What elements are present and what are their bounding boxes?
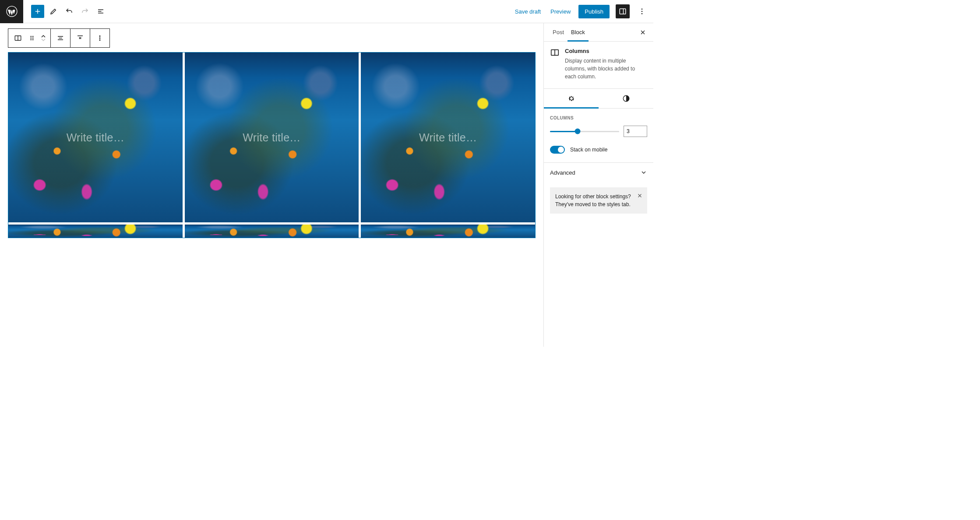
column-3-b[interactable] (361, 225, 535, 238)
advanced-label: Advanced (550, 169, 575, 176)
undo-icon (65, 7, 73, 15)
kebab-icon (638, 7, 646, 15)
pencil-icon (49, 7, 57, 15)
sidebar-subtabs (544, 89, 653, 109)
column-placeholder: Write title… (243, 131, 300, 144)
styles-moved-notice: Looking for other block settings? They'v… (550, 187, 647, 214)
align-icon (56, 34, 64, 42)
list-icon (97, 7, 105, 15)
svg-point-2 (642, 8, 643, 10)
column-3[interactable]: Write title… (361, 53, 535, 222)
svg-point-4 (642, 13, 643, 14)
redo-icon (81, 7, 89, 15)
subtab-styles[interactable] (599, 89, 653, 108)
block-toolbar (8, 28, 110, 48)
notice-close-button[interactable] (636, 192, 644, 200)
edit-mode-button[interactable] (47, 5, 60, 18)
columns-label: COLUMNS (550, 116, 647, 120)
block-info: Columns Display content in multiple colu… (544, 42, 653, 89)
gear-icon (568, 95, 575, 102)
top-left-tools (23, 5, 107, 18)
svg-point-10 (31, 39, 32, 40)
chevron-down-icon (640, 169, 647, 176)
settings-panel-toggle[interactable] (616, 4, 630, 18)
column-1[interactable]: Write title… (8, 53, 183, 222)
top-right-tools: Save draft Preview Publish (513, 4, 653, 18)
block-title: Columns (565, 48, 647, 54)
plus-icon (34, 7, 42, 15)
redo-button[interactable] (78, 5, 92, 18)
kebab-icon (96, 34, 104, 42)
columns-slider[interactable] (550, 131, 619, 132)
undo-button[interactable] (63, 5, 76, 18)
chevron-up-icon (41, 35, 46, 38)
sidebar-close-button[interactable] (638, 27, 648, 38)
block-type-button[interactable] (11, 31, 25, 45)
columns-icon (14, 34, 22, 42)
stack-on-mobile-label: Stack on mobile (570, 147, 607, 153)
sidebar-icon (619, 7, 627, 15)
close-icon (639, 29, 646, 36)
move-up-down[interactable] (39, 31, 48, 45)
save-draft-button[interactable]: Save draft (513, 6, 543, 18)
block-description: Display content in multiple columns, wit… (565, 57, 647, 81)
svg-point-3 (642, 11, 643, 12)
top-toolbar: Save draft Preview Publish (0, 0, 653, 23)
wordpress-icon (6, 6, 18, 17)
settings-sidebar: Post Block Columns Display content in mu… (543, 23, 653, 347)
columns-panel: COLUMNS Stack on mobile (544, 109, 653, 163)
stack-on-mobile-toggle[interactable] (550, 146, 565, 154)
columns-range-control (550, 126, 647, 137)
svg-point-6 (31, 36, 32, 37)
svg-point-9 (32, 38, 33, 39)
main-area: Write title… Write title… Write title… P… (0, 23, 653, 347)
column-placeholder: Write title… (419, 131, 477, 144)
preview-button[interactable]: Preview (549, 6, 572, 18)
notice-text: Looking for other block settings? They'v… (555, 193, 631, 207)
sidebar-tabs: Post Block (544, 23, 653, 42)
column-placeholder: Write title… (67, 131, 124, 144)
drag-handle[interactable] (25, 31, 39, 45)
tab-block[interactable]: Block (568, 23, 589, 41)
vertical-align-button[interactable] (73, 31, 87, 45)
align-button[interactable] (53, 31, 67, 45)
svg-point-8 (31, 38, 32, 39)
block-more-button[interactable] (93, 31, 107, 45)
svg-point-7 (32, 36, 33, 37)
columns-icon (550, 48, 560, 57)
contrast-icon (622, 95, 630, 102)
column-1-b[interactable] (8, 225, 183, 238)
svg-rect-1 (620, 9, 626, 14)
svg-point-11 (32, 39, 33, 40)
svg-point-13 (99, 38, 100, 39)
document-overview-button[interactable] (94, 5, 107, 18)
drag-icon (28, 34, 36, 42)
vertical-align-icon (76, 34, 84, 42)
columns-block[interactable]: Write title… Write title… Write title… (8, 52, 536, 238)
chevron-down-icon (41, 38, 46, 42)
editor-canvas: Write title… Write title… Write title… (0, 23, 543, 347)
subtab-settings[interactable] (544, 89, 599, 108)
publish-button[interactable]: Publish (578, 5, 610, 18)
wordpress-logo[interactable] (0, 0, 23, 23)
tab-post[interactable]: Post (549, 23, 568, 41)
add-block-button[interactable] (31, 5, 44, 18)
column-2-b[interactable] (185, 225, 359, 238)
svg-point-12 (99, 35, 100, 36)
columns-number-input[interactable] (624, 126, 647, 137)
stack-toggle-row: Stack on mobile (550, 146, 647, 154)
advanced-accordion[interactable]: Advanced (544, 163, 653, 182)
column-2[interactable]: Write title… (185, 53, 359, 222)
svg-point-14 (99, 39, 100, 40)
close-icon (637, 193, 643, 199)
options-menu-button[interactable] (636, 5, 648, 18)
